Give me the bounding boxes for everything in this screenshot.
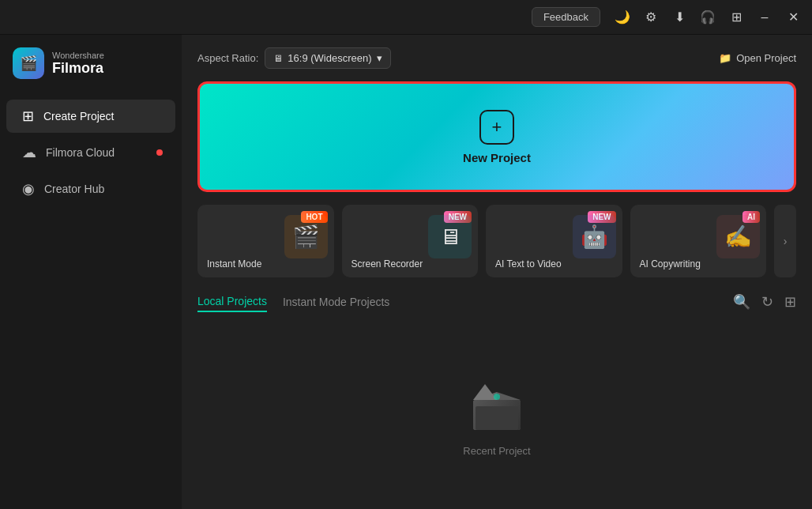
logo-area: 🎬 Wondershare Filmora: [0, 47, 182, 98]
logo-text: Wondershare Filmora: [52, 51, 104, 77]
sidebar-item-create-project[interactable]: ⊞ Create Project: [6, 100, 175, 133]
svg-rect-2: [476, 406, 518, 430]
sidebar-item-filmora-cloud[interactable]: ☁ Filmora Cloud: [6, 136, 175, 169]
empty-state-label: Recent Project: [463, 445, 530, 457]
new-project-icon: +: [479, 110, 514, 145]
svg-marker-5: [473, 384, 497, 400]
create-project-icon: ⊞: [22, 107, 34, 125]
new-project-banner[interactable]: + New Project: [197, 81, 796, 192]
search-button[interactable]: 🔍: [733, 293, 750, 311]
screen-recorder-label: Screen Recorder: [351, 258, 423, 270]
screen-recorder-icon: 🖥: [428, 215, 472, 258]
titlebar: Feedback 🌙 ⚙ ⬇ 🎧 ⊞ – ✕: [0, 0, 812, 35]
open-project-label: Open Project: [736, 52, 796, 64]
aspect-ratio-selector: Aspect Ratio: 🖥 16:9 (Widescreen) ▾: [197, 47, 391, 69]
support-button[interactable]: 🎧: [695, 5, 720, 30]
logo-top: Wondershare: [52, 51, 104, 60]
open-project-button[interactable]: 📁 Open Project: [719, 52, 796, 64]
main-layout: 🎬 Wondershare Filmora ⊞ Create Project ☁…: [0, 35, 812, 509]
topbar: Aspect Ratio: 🖥 16:9 (Widescreen) ▾ 📁 Op…: [197, 47, 796, 69]
aspect-ratio-label: Aspect Ratio:: [197, 52, 258, 64]
notification-dot: [156, 149, 163, 156]
svg-point-6: [494, 394, 500, 400]
sidebar-item-creator-hub[interactable]: ◉ Creator Hub: [6, 172, 175, 205]
ai-text-video-icon: 🤖: [573, 215, 616, 258]
feature-card-instant-mode[interactable]: HOT 🎬 Instant Mode: [197, 205, 334, 277]
instant-mode-label: Instant Mode: [207, 258, 261, 270]
monitor-icon: 🖥: [273, 53, 283, 64]
logo-icon: 🎬: [13, 47, 44, 79]
theme-toggle-button[interactable]: 🌙: [610, 5, 635, 30]
grid-view-button[interactable]: ⊞: [784, 293, 796, 311]
tab-instant-mode-projects[interactable]: Instant Mode Projects: [283, 292, 389, 311]
project-tabs: Local Projects Instant Mode Projects 🔍 ↻…: [197, 292, 796, 312]
feedback-button[interactable]: Feedback: [532, 7, 600, 27]
chevron-down-icon: ▾: [377, 52, 382, 64]
feature-card-ai-text-to-video[interactable]: NEW 🤖 AI Text to Video: [486, 205, 622, 277]
refresh-button[interactable]: ↻: [761, 293, 773, 311]
download-button[interactable]: ⬇: [667, 5, 692, 30]
sidebar-item-label: Filmora Cloud: [46, 146, 115, 159]
tab-actions: 🔍 ↻ ⊞: [733, 293, 796, 311]
ai-text-to-video-label: AI Text to Video: [495, 258, 562, 270]
sidebar: 🎬 Wondershare Filmora ⊞ Create Project ☁…: [0, 35, 182, 509]
aspect-ratio-value: 16:9 (Widescreen): [288, 52, 371, 64]
minimize-button[interactable]: –: [752, 5, 777, 30]
svg-marker-4: [497, 392, 521, 400]
settings-button[interactable]: ⚙: [638, 5, 664, 30]
feature-cards-row: HOT 🎬 Instant Mode NEW 🖥 Screen Recorder…: [197, 205, 796, 277]
filmora-cloud-icon: ☁: [22, 144, 36, 161]
apps-button[interactable]: ⊞: [724, 5, 749, 30]
projects-empty-state: Recent Project: [197, 325, 796, 496]
folder-icon: 📁: [719, 52, 731, 64]
ai-copywriting-icon: ✍: [716, 215, 760, 258]
feature-card-ai-copywriting[interactable]: AI ✍ AI Copywriting: [630, 205, 767, 277]
new-project-label: New Project: [463, 151, 531, 164]
empty-box-icon: [457, 364, 536, 435]
scroll-right-button[interactable]: ›: [774, 205, 796, 277]
sidebar-item-label: Create Project: [43, 110, 114, 123]
ai-copywriting-label: AI Copywriting: [640, 258, 701, 270]
sidebar-item-label: Creator Hub: [44, 183, 104, 195]
aspect-ratio-dropdown[interactable]: 🖥 16:9 (Widescreen) ▾: [265, 47, 390, 69]
creator-hub-icon: ◉: [22, 180, 35, 198]
feature-card-screen-recorder[interactable]: NEW 🖥 Screen Recorder: [342, 205, 479, 277]
tab-local-projects[interactable]: Local Projects: [197, 292, 267, 312]
logo-bottom: Filmora: [52, 60, 104, 77]
close-button[interactable]: ✕: [780, 5, 806, 30]
content-area: Aspect Ratio: 🖥 16:9 (Widescreen) ▾ 📁 Op…: [182, 35, 812, 509]
instant-mode-icon: 🎬: [284, 215, 328, 258]
